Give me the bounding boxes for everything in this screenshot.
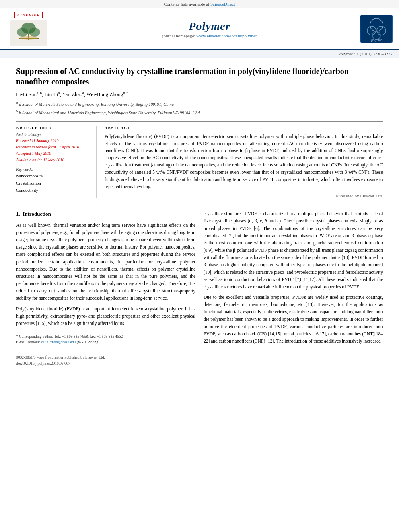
dates-accepted: Accepted 1 May 2010 (16, 150, 90, 157)
journal-center-info: Polymer journal homepage: www.elsevier.c… (59, 20, 360, 38)
journal-homepage: journal homepage: www.elsevier.com/locat… (59, 33, 360, 38)
published-by: Published by Elsevier Ltd. (105, 193, 383, 198)
elsevier-logo-section: ELSEVIER (6, 12, 51, 46)
history-title: Article history: (16, 132, 90, 137)
footnote-email: E-mail address: katie_zhong@wsu.edu (W.-… (16, 339, 195, 345)
right-para-2: Due to the excellent and versatile prope… (204, 294, 383, 345)
intro-heading: 1. Introduction (16, 210, 195, 218)
footnote-corresponding: * Corresponding author. Tel.: +1 509 335… (16, 334, 195, 339)
article-info-column: ARTICLE INFO Article history: Received 1… (16, 126, 97, 199)
authors: Li-Li Suna, b, Bin Lib, Yan Zhaoa, Wei-H… (16, 91, 383, 98)
elsevier-label: ELSEVIER (14, 12, 43, 18)
body-col-right: crystalline structures. PVDF is characte… (204, 210, 383, 366)
dates-received: Received 11 January 2010 (16, 138, 90, 144)
right-para-1: crystalline structures. PVDF is characte… (204, 210, 383, 290)
dates-revised: Received in revised form 17 April 2010 (16, 144, 90, 150)
intro-title: Introduction (23, 211, 51, 217)
svg-text:polymer: polymer (371, 38, 382, 42)
svg-point-2 (17, 28, 28, 37)
journal-name: Polymer (59, 20, 360, 33)
footnote-section: * Corresponding author. Tel.: +1 509 335… (16, 331, 195, 345)
elsevier-tree-icon (10, 20, 47, 46)
affiliations: a a School of Materials Science and Engi… (16, 100, 383, 116)
keyword-conductivity: Conductivity (16, 187, 90, 194)
footer-open-access: 0032-3861/$ – see front matter Published… (16, 352, 195, 367)
keywords-label: Keywords: (16, 167, 90, 172)
footnote-email-link[interactable]: katie_zhong@wsu.edu (41, 340, 76, 344)
article-info-label: ARTICLE INFO (16, 126, 90, 130)
article-title: Suppression of AC conductivity by crysta… (16, 66, 383, 87)
intro-number: 1. (16, 211, 20, 217)
svg-point-3 (29, 28, 40, 37)
section-divider (16, 205, 383, 205)
abstract-column: ABSTRACT Poly(vinylidene fluoride) (PVDF… (105, 126, 383, 199)
polymer-journal-icon: polymer (361, 15, 392, 43)
homepage-label: journal homepage: (162, 33, 196, 38)
keywords-list: Nanocomposite Crystallization Conductivi… (16, 173, 90, 194)
top-bar: Contents lists available at ScienceDirec… (0, 0, 399, 8)
affiliation-b: b b School of Mechanical and Materials E… (16, 109, 383, 116)
citation-text: Polymer 51 (2010) 3230–3237 (338, 51, 393, 56)
sciencedirect-label: Contents lists available at (164, 2, 210, 6)
polymer-badge: polymer (360, 15, 393, 43)
open-access-text: 0032-3861/$ – see front matter Published… (16, 355, 195, 361)
keywords-block: Keywords: Nanocomposite Crystallization … (16, 167, 90, 194)
abstract-label: ABSTRACT (105, 126, 383, 130)
dates-online: Available online 11 May 2010 (16, 157, 90, 163)
keyword-nanocomposite: Nanocomposite (16, 173, 90, 180)
main-content: Suppression of AC conductivity by crysta… (0, 58, 399, 379)
doi-text: doi:10.1016/j.polymer.2010.05.007 (16, 361, 195, 367)
intro-para-2: Poly(vinylidene fluoride) (PVDF) is an i… (16, 305, 195, 327)
affiliation-a: a a School of Materials Science and Engi… (16, 100, 383, 107)
keyword-crystallization: Crystallization (16, 180, 90, 187)
body-col-left: 1. Introduction As is well known, therma… (16, 210, 195, 366)
sciencedirect-link[interactable]: ScienceDirect (210, 2, 235, 6)
body-section: 1. Introduction As is well known, therma… (16, 210, 383, 366)
footnote-name: (W.-H. Zhong). (77, 340, 101, 344)
intro-para-1: As is well known, thermal variation and/… (16, 222, 195, 302)
abstract-text: Poly(vinylidene fluoride) (PVDF) is an i… (105, 133, 383, 191)
journal-header: ELSEVIER Polymer journal homepage: www.e… (0, 8, 399, 50)
article-history-block: Article history: Received 11 January 201… (16, 132, 90, 163)
homepage-link[interactable]: www.elsevier.com/locate/polymer (196, 33, 257, 38)
citation-bar: Polymer 51 (2010) 3230–3237 (0, 50, 399, 58)
footnote-email-label: E-mail address: (16, 340, 41, 344)
article-meta-section: ARTICLE INFO Article history: Received 1… (16, 121, 383, 199)
svg-point-6 (20, 36, 37, 40)
